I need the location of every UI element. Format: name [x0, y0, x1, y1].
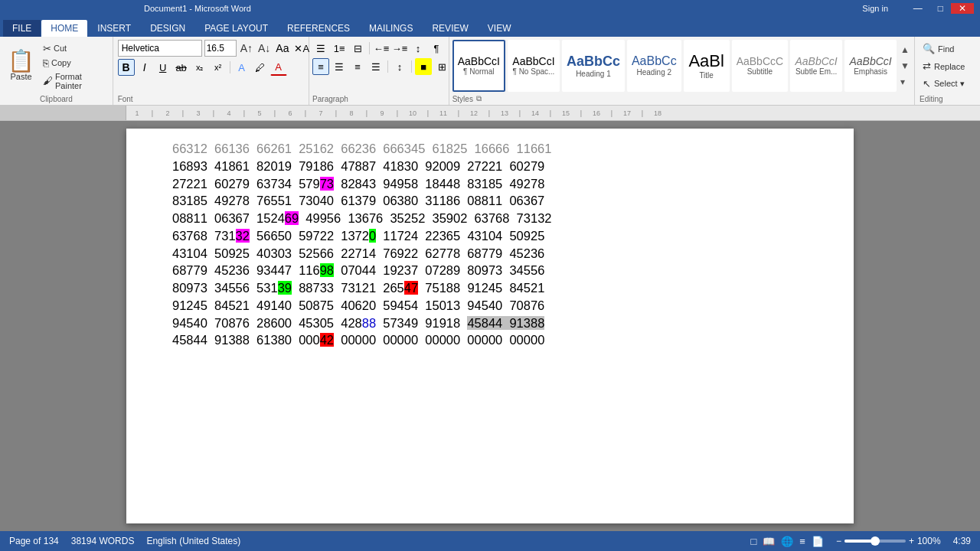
- document-title: Document1 - Microsoft Word: [144, 4, 251, 13]
- font-color-button[interactable]: A: [270, 59, 287, 76]
- change-case-button[interactable]: Aa: [274, 41, 290, 55]
- close-btn[interactable]: ✕: [951, 3, 974, 14]
- clipboard-group: 📋 Paste ✂ Cut ⎘ Copy 🖌 Format Painter Cl…: [0, 37, 113, 105]
- align-left-button[interactable]: ≡: [312, 58, 329, 75]
- editing-group: 🔍 Find ⇄ Replace ↖ Select ▾ Editing: [915, 37, 980, 105]
- cut-button[interactable]: ✂ Cut: [41, 42, 109, 55]
- styles-group-label: Styles ⧉: [452, 94, 482, 103]
- tab-mailings[interactable]: MAILINGS: [360, 20, 422, 37]
- font-size-decrease[interactable]: A↓: [256, 41, 272, 55]
- doc-line-0: 66312 66136 66261 25162 66236 666345 618…: [172, 140, 808, 158]
- decrease-indent-button[interactable]: ←≡: [373, 40, 390, 57]
- doc-line-6: 43104 50925 40303 52566 22714 76922 6277…: [172, 245, 808, 262]
- view-web-btn[interactable]: 🌐: [781, 536, 793, 547]
- doc-line-9: 91245 84521 49140 50875 40620 59454 1501…: [172, 297, 808, 315]
- bullets-button[interactable]: ☰: [312, 40, 329, 57]
- tab-references[interactable]: REFERENCES: [278, 20, 359, 37]
- italic-button[interactable]: I: [136, 59, 153, 76]
- view-outline-btn[interactable]: ≡: [799, 536, 805, 547]
- select-button[interactable]: ↖ Select ▾: [920, 77, 975, 91]
- clipboard-group-label: Clipboard: [40, 95, 73, 103]
- view-read-btn[interactable]: 📖: [763, 536, 775, 547]
- zoom-out-btn[interactable]: −: [836, 536, 841, 546]
- styles-scroll-up[interactable]: ▲: [900, 44, 910, 55]
- maximize-btn[interactable]: □: [930, 3, 951, 14]
- clock: 4:39: [953, 536, 971, 546]
- doc-line-8: 80973 34556 53139 88733 73121 26547 7518…: [172, 279, 808, 297]
- tab-home[interactable]: HOME: [41, 20, 87, 37]
- document-page: 66312 66136 66261 25162 66236 666345 618…: [126, 129, 854, 523]
- style-subtle-emphasis[interactable]: AaBbCcI Subtle Em...: [790, 40, 842, 92]
- paragraph-group: ☰ 1≡ ⊟ ←≡ →≡ ↕ ¶ ≡ ☰ ≡ ☰ ↕ ■: [309, 37, 449, 105]
- tab-review[interactable]: REVIEW: [423, 20, 477, 37]
- increase-indent-button[interactable]: →≡: [391, 40, 408, 57]
- borders-button[interactable]: ⊞: [433, 58, 450, 75]
- strikethrough-button[interactable]: ab: [173, 59, 190, 76]
- superscript-button[interactable]: x²: [210, 59, 227, 76]
- shading-button[interactable]: ■: [415, 58, 432, 75]
- align-center-button[interactable]: ☰: [331, 58, 348, 75]
- tab-design[interactable]: DESIGN: [141, 20, 194, 37]
- find-button[interactable]: 🔍 Find: [920, 41, 975, 56]
- replace-button[interactable]: ⇄ Replace: [920, 59, 975, 73]
- style-emphasis[interactable]: AaBbCcI Emphasis: [844, 40, 897, 92]
- document-content[interactable]: 66312 66136 66261 25162 66236 666345 618…: [172, 140, 808, 349]
- styles-dialog-launcher[interactable]: ⧉: [476, 94, 482, 103]
- paste-button[interactable]: 📋 Paste: [3, 49, 39, 83]
- show-formatting-button[interactable]: ¶: [428, 40, 445, 57]
- text-highlight-button[interactable]: 🖊: [252, 59, 269, 76]
- text-effects-button[interactable]: A: [234, 59, 250, 76]
- doc-line-11: 45844 91388 61380 00042 00000 00000 0000…: [172, 331, 808, 349]
- doc-line-3: 83185 49278 76551 73040 61379 06380 3118…: [172, 192, 808, 210]
- numbering-button[interactable]: 1≡: [331, 40, 348, 57]
- style-no-spacing[interactable]: AaBbCcI ¶ No Spac...: [508, 40, 560, 92]
- bold-button[interactable]: B: [118, 59, 135, 76]
- font-size-increase[interactable]: A↑: [239, 41, 254, 55]
- font-group: A↑ A↓ Aa ✕A B I U ab x₂ x² A 🖊 A Font: [113, 37, 309, 105]
- doc-line-2: 27221 60279 63734 57973 82843 94958 1844…: [172, 175, 808, 193]
- paragraph-group-label: Paragraph: [312, 95, 348, 103]
- minimize-btn[interactable]: —: [906, 3, 930, 14]
- zoom-slider[interactable]: [844, 540, 906, 543]
- tab-page-layout[interactable]: PAGE LAYOUT: [195, 20, 277, 37]
- line-spacing-button[interactable]: ↕: [391, 58, 408, 75]
- zoom-in-btn[interactable]: +: [909, 536, 914, 546]
- editing-group-label: Editing: [920, 95, 943, 103]
- word-count: 38194 WORDS: [71, 536, 135, 546]
- view-draft-btn[interactable]: 📄: [812, 536, 824, 547]
- signin-btn[interactable]: Sign in: [862, 4, 888, 13]
- doc-line-4: 08811 06367 152469 49956 13676 35252 359…: [172, 210, 808, 227]
- style-heading2[interactable]: AaBbCc Heading 2: [627, 40, 681, 92]
- style-heading1[interactable]: AaBbCc Heading 1: [562, 40, 625, 92]
- font-name-select[interactable]: [118, 40, 202, 57]
- doc-line-7: 68779 45236 93447 11698 07044 19237 0728…: [172, 262, 808, 279]
- doc-line-1: 16893 41861 82019 79186 47887 41830 9200…: [172, 158, 808, 175]
- format-painter-button[interactable]: 🖌 Format Painter: [41, 71, 109, 91]
- styles-group: AaBbCcI ¶ Normal AaBbCcI ¶ No Spac... Aa…: [449, 37, 915, 105]
- tab-file[interactable]: FILE: [3, 20, 41, 37]
- page-indicator: Page of 134: [9, 536, 59, 546]
- font-size-select[interactable]: [204, 40, 237, 57]
- copy-button[interactable]: ⎘ Copy: [41, 57, 109, 70]
- doc-line-5: 63768 73132 56650 59722 13720 11724 2236…: [172, 227, 808, 245]
- font-group-label: Font: [118, 95, 133, 103]
- align-right-button[interactable]: ≡: [349, 58, 366, 75]
- zoom-level: 100%: [917, 536, 941, 546]
- styles-scroll-down[interactable]: ▼: [900, 60, 910, 71]
- style-title[interactable]: AaBl Title: [684, 40, 730, 92]
- style-subtitle[interactable]: AaBbCcC Subtitle: [732, 40, 788, 92]
- style-normal[interactable]: AaBbCcI ¶ Normal: [452, 40, 505, 92]
- justify-button[interactable]: ☰: [368, 58, 384, 75]
- tab-view[interactable]: VIEW: [479, 20, 521, 37]
- tab-insert[interactable]: INSERT: [88, 20, 140, 37]
- multilevel-button[interactable]: ⊟: [349, 40, 366, 57]
- doc-line-10: 94540 70876 28600 45305 42888 57349 9191…: [172, 315, 808, 332]
- view-normal-btn[interactable]: □: [750, 536, 756, 547]
- underline-button[interactable]: U: [155, 59, 172, 76]
- styles-more[interactable]: ▾: [900, 77, 910, 87]
- clear-formatting-button[interactable]: ✕A: [292, 42, 311, 55]
- subscript-button[interactable]: x₂: [191, 59, 208, 76]
- language-indicator: English (United States): [146, 536, 240, 546]
- sort-button[interactable]: ↕: [410, 40, 426, 57]
